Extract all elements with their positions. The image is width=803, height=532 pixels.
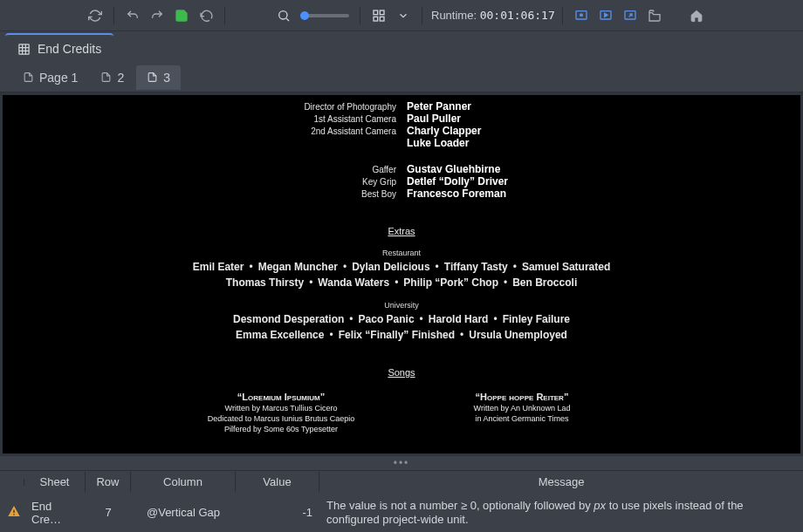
extras-line: Emil Eater•Megan Muncher•Dylan Delicious… bbox=[3, 261, 800, 273]
svg-rect-2 bbox=[380, 10, 384, 15]
extras-subheader: Restaurant bbox=[3, 249, 800, 257]
problems-panel: Sheet Row Column Value Message End Cre… … bbox=[0, 470, 803, 533]
extras-heading: Extras bbox=[3, 226, 800, 236]
toolbar-group-history bbox=[121, 4, 217, 27]
crew-role: 2nd Assistant Camera bbox=[3, 125, 396, 137]
search-icon[interactable] bbox=[272, 4, 295, 27]
svg-rect-1 bbox=[374, 10, 378, 15]
col-message[interactable]: Message bbox=[319, 472, 803, 492]
extras-line: Desmond Desperation•Paco Panic•Harold Ha… bbox=[3, 313, 800, 325]
cell-message: The value is not a number ≥ 0, optionall… bbox=[319, 494, 803, 533]
page-icon bbox=[100, 72, 112, 83]
cell-value: -1 bbox=[236, 501, 319, 524]
save-icon[interactable] bbox=[170, 4, 193, 27]
cell-sheet: End Cre… bbox=[24, 494, 86, 531]
undo-icon[interactable] bbox=[121, 4, 144, 27]
song-block: “Hoppe hoppe Reiter”Written by An Unknow… bbox=[426, 392, 618, 433]
extras-line: Thomas Thirsty•Wanda Waters•Philip “Pork… bbox=[3, 276, 800, 289]
document-tabs: End Credits bbox=[0, 31, 803, 63]
svg-rect-11 bbox=[13, 515, 14, 515]
svg-rect-4 bbox=[380, 17, 384, 21]
crew-name: Luke Loader bbox=[407, 137, 800, 149]
runtime-value: 00:01:06:17 bbox=[480, 9, 555, 22]
crew-role: Gaffer bbox=[3, 163, 396, 175]
crew-name: Detlef “Dolly” Driver bbox=[407, 175, 800, 188]
crew-name: Peter Panner bbox=[407, 100, 800, 113]
redo-icon[interactable] bbox=[146, 4, 168, 27]
songs-heading: Songs bbox=[3, 367, 800, 378]
grid-icon[interactable] bbox=[367, 4, 390, 27]
page-tab-2[interactable]: 2 bbox=[90, 65, 134, 90]
col-value[interactable]: Value bbox=[236, 472, 319, 492]
page-tabs: Page 1 2 3 bbox=[0, 63, 803, 92]
song-title: “Loremium Ipsumium” bbox=[185, 392, 377, 402]
panel-resize-handle[interactable]: ••• bbox=[0, 456, 803, 470]
song-line: in Ancient Germanic Times bbox=[426, 414, 618, 423]
problems-header-row: Sheet Row Column Value Message bbox=[0, 471, 803, 494]
table-row[interactable]: End Cre… 7 @Vertical Gap -1 The value is… bbox=[0, 494, 803, 533]
grip-icon: ••• bbox=[394, 457, 410, 469]
crew-role: 1st Assistant Camera bbox=[3, 113, 396, 125]
page-tab-label: 3 bbox=[163, 71, 170, 85]
crew-role: Key Grip bbox=[3, 175, 396, 188]
preview-area: Director of PhotographyPeter Panner1st A… bbox=[0, 92, 803, 456]
svg-point-0 bbox=[279, 10, 287, 18]
page-tab-3[interactable]: 3 bbox=[136, 65, 181, 90]
page-tab-1[interactable]: Page 1 bbox=[12, 65, 88, 90]
cell-column: @Vertical Gap bbox=[131, 501, 236, 524]
play-window-icon[interactable] bbox=[594, 4, 617, 27]
song-line: Dedicated to Marcus Iunius Brutus Caepio bbox=[185, 414, 377, 423]
song-line: Written by Marcus Tullius Cicero bbox=[185, 404, 377, 413]
runtime-label: Runtime: bbox=[431, 9, 477, 22]
songs-row: “Loremium Ipsumium”Written by Marcus Tul… bbox=[3, 392, 800, 433]
crew-role: Best Boy bbox=[3, 188, 396, 200]
svg-rect-9 bbox=[19, 44, 29, 53]
svg-point-6 bbox=[580, 14, 582, 17]
tab-end-credits[interactable]: End Credits bbox=[5, 33, 113, 63]
svg-rect-10 bbox=[13, 510, 14, 513]
page-icon bbox=[147, 72, 158, 83]
chevron-down-icon[interactable] bbox=[392, 4, 415, 27]
page-tab-label: 2 bbox=[117, 71, 124, 85]
page-icon bbox=[23, 72, 34, 83]
zoom-slider[interactable] bbox=[300, 14, 349, 17]
warning-icon bbox=[7, 504, 21, 518]
toolbar-group-file bbox=[84, 4, 106, 27]
toolbar-group-layout bbox=[367, 4, 415, 27]
svg-rect-3 bbox=[374, 17, 378, 21]
screen-fit-icon[interactable] bbox=[570, 4, 593, 27]
refresh-icon[interactable] bbox=[84, 4, 106, 27]
credits-canvas[interactable]: Director of PhotographyPeter Panner1st A… bbox=[3, 95, 800, 454]
revert-icon[interactable] bbox=[195, 4, 217, 27]
song-line: Written by An Unknown Lad bbox=[426, 404, 618, 413]
song-block: “Loremium Ipsumium”Written by Marcus Tul… bbox=[185, 392, 377, 433]
toolbar: Runtime: 00:01:06:17 bbox=[0, 0, 803, 31]
folder-open-icon[interactable] bbox=[643, 4, 666, 27]
crew-role bbox=[3, 137, 396, 149]
runtime-display: Runtime: 00:01:06:17 bbox=[431, 9, 555, 22]
toolbar-group-window bbox=[570, 4, 666, 27]
cell-row: 7 bbox=[86, 501, 131, 524]
toolbar-group-zoom bbox=[272, 4, 353, 27]
crew-name: Francesco Foreman bbox=[407, 188, 800, 200]
tab-label: End Credits bbox=[38, 42, 101, 56]
crew-name: Charly Clapper bbox=[407, 125, 800, 137]
page-tab-label: Page 1 bbox=[39, 71, 78, 85]
crew-role: Director of Photography bbox=[3, 100, 396, 113]
col-row[interactable]: Row bbox=[86, 472, 131, 492]
col-column[interactable]: Column bbox=[131, 472, 236, 492]
crew-credits: Director of PhotographyPeter Panner1st A… bbox=[3, 100, 800, 200]
popout-icon[interactable] bbox=[619, 4, 642, 27]
extras-subheader: University bbox=[3, 301, 800, 310]
spreadsheet-icon bbox=[17, 43, 31, 56]
extras-line: Emma Excellence•Felix “Finally” Finished… bbox=[3, 329, 800, 341]
crew-name: Paul Puller bbox=[407, 113, 800, 125]
song-line: Pilfered by Some 60s Typesetter bbox=[185, 425, 377, 433]
crew-name: Gustav Gluehbirne bbox=[407, 163, 800, 175]
song-title: “Hoppe hoppe Reiter” bbox=[426, 392, 618, 402]
col-sheet[interactable]: Sheet bbox=[24, 472, 86, 492]
home-icon[interactable] bbox=[685, 4, 708, 27]
